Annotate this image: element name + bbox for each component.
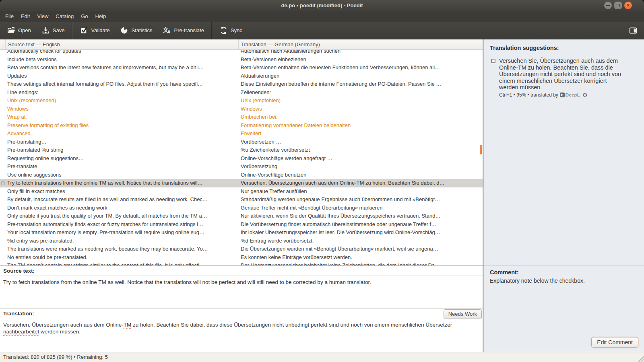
menu-bar: FileEditViewCatalogGoHelp — [0, 11, 644, 22]
table-row[interactable]: Pre-translateVorübersetzung — [0, 162, 483, 171]
minimize-button[interactable] — [604, 2, 612, 9]
table-row[interactable]: Unix (recommended)Unix (empfohlen) — [0, 97, 483, 105]
toolbar-button-statistics[interactable]: Statistics — [115, 22, 157, 39]
row-marker-cell — [0, 228, 6, 237]
row-marker-cell — [0, 50, 6, 56]
table-row[interactable]: %d entry was pre-translated.%d Eintrag w… — [0, 237, 483, 245]
table-row[interactable]: Pre-translated %u string%u Zeichenkette … — [0, 146, 483, 154]
translation-editor[interactable]: Versuchen, Übersetzungen auch aus dem On… — [0, 318, 483, 335]
translation-suggestion[interactable]: Versuchen Sie, Übersetzungen auch aus de… — [483, 51, 644, 98]
translation-cell: Vorübersetzen … — [239, 138, 483, 146]
row-marker-cell — [0, 138, 6, 146]
translation-cell: Versuchen, Übersetzungen auch aus dem On… — [239, 179, 483, 187]
table-row[interactable]: Requesting online suggestions…Online-Vor… — [0, 154, 483, 163]
table-row[interactable]: By default, inaccurate results are fille… — [0, 195, 483, 204]
source-cell: By default, inaccurate results are fille… — [6, 195, 239, 204]
source-cell: No entries could be pre-translated. — [6, 253, 239, 262]
maximize-icon — [617, 4, 620, 7]
table-row[interactable]: UpdatesAktualisierungen — [0, 72, 483, 80]
gear-icon[interactable]: ⚙ — [582, 93, 588, 97]
menu-item-view[interactable]: View — [33, 11, 52, 22]
table-row[interactable]: Only enable if you trust the quality of … — [0, 212, 483, 220]
marker-column-header[interactable]: · — [0, 39, 6, 49]
toolbar-button-pre-translate[interactable]: APre-translate — [157, 22, 209, 39]
translation-cell: Nur genaue Treffer ausfüllen — [239, 187, 483, 196]
translation-cell: Unix (empfohlen) — [239, 97, 483, 105]
vertical-scrollbar-thumb[interactable] — [480, 145, 482, 154]
grid-header: · Source text — English Translation — Ge… — [0, 39, 483, 50]
source-cell: Windows — [6, 105, 239, 113]
misspelled-word: TM — [124, 322, 132, 328]
title-bar[interactable]: de.po • poedit (modified) - Poedit ✕ — [0, 0, 644, 11]
table-row[interactable]: Only fill in exact matchesNur genaue Tre… — [0, 187, 483, 196]
source-cell: Updates — [6, 72, 239, 80]
source-cell: Advanced — [6, 130, 239, 138]
translation-cell: Umbrechen bei: — [239, 113, 483, 121]
toolbar-buttons: OpenSaveValidateStatisticsAPre-translate… — [2, 22, 248, 39]
table-row[interactable]: The translations were marked as needing … — [0, 245, 483, 253]
row-marker-cell — [0, 56, 6, 64]
translation-cell: Online-Vorschläge werden angefragt … — [239, 154, 483, 163]
status-text: Translated: 820 of 825 (99 %) • Remainin… — [3, 354, 108, 360]
suggestion-body: Versuchen Sie, Übersetzungen auch aus de… — [499, 58, 621, 98]
comment-indicator-icon — [1, 181, 5, 185]
maximize-button[interactable] — [614, 2, 622, 9]
table-row[interactable]: Beta versions contain the latest new fea… — [0, 64, 483, 72]
grid-rows[interactable]: Automatically check for updatesAutomatis… — [0, 50, 483, 265]
translation-cell: Beta-Versionen einbeziehen — [239, 56, 483, 64]
translation-cell: Automatisch nach Aktualisierungen suchen — [239, 50, 483, 56]
source-cell: Wrap at: — [6, 113, 239, 121]
source-cell: Include beta versions — [6, 56, 239, 64]
table-row[interactable]: The TM doesn’t contain any strings simil… — [0, 261, 483, 265]
window-title: de.po • poedit (modified) - Poedit — [0, 0, 644, 11]
toolbar-separator — [211, 22, 212, 39]
row-marker-cell — [0, 171, 6, 179]
translation-panel: Translation: Needs Work Versuchen, Übers… — [0, 308, 483, 352]
table-row[interactable]: Preserve formatting of existing filesFor… — [0, 121, 483, 130]
toolbar-button-label: Sync — [231, 27, 242, 33]
svg-text:A: A — [168, 29, 171, 34]
table-row[interactable]: WindowsWindows — [0, 105, 483, 113]
needs-work-button[interactable]: Needs Work — [444, 309, 482, 319]
translation-column-header[interactable]: Translation — German (Germany) — [239, 39, 483, 49]
toolbar-button-validate[interactable]: Validate — [74, 22, 115, 39]
table-row[interactable]: AdvancedErweitert — [0, 130, 483, 138]
menu-item-go[interactable]: Go — [77, 11, 91, 22]
comment-title: Comment: — [483, 266, 644, 276]
table-row[interactable]: These settings affect internal formattin… — [0, 80, 483, 88]
table-row[interactable]: Use online suggestionsOnline-Vorschläge … — [0, 171, 483, 179]
edit-comment-button[interactable]: Edit Comment — [591, 337, 638, 348]
table-row[interactable]: Automatically check for updatesAutomatis… — [0, 50, 483, 56]
menu-item-help[interactable]: Help — [91, 11, 109, 22]
table-row[interactable]: Include beta versionsBeta-Versionen einb… — [0, 56, 483, 64]
table-row[interactable]: Your local translation memory is empty. … — [0, 228, 483, 237]
suggestion-text: Versuchen Sie, Übersetzungen auch aus de… — [499, 58, 621, 91]
menu-item-file[interactable]: File — [2, 11, 17, 22]
table-row[interactable]: Wrap at:Umbrechen bei: — [0, 113, 483, 121]
tm-suggestion-icon — [491, 59, 495, 63]
close-button[interactable]: ✕ — [624, 2, 632, 9]
source-cell: Beta versions contain the latest new fea… — [6, 64, 239, 72]
row-marker-cell — [0, 237, 6, 245]
table-row[interactable]: Line endings:Zeilenenden: — [0, 88, 483, 97]
row-marker-cell — [0, 88, 6, 97]
menu-item-catalog[interactable]: Catalog — [52, 11, 77, 22]
translation-label-row: Translation: Needs Work — [0, 309, 483, 318]
toolbar-button-open[interactable]: Open — [2, 22, 36, 39]
toolbar-button-sync[interactable]: Sync — [214, 22, 248, 39]
table-row[interactable]: Pre-translating…Vorübersetzen … — [0, 138, 483, 146]
menu-item-edit[interactable]: Edit — [17, 11, 33, 22]
string-list-pane: · Source text — English Translation — Ge… — [0, 39, 483, 352]
resize-grip[interactable] — [638, 356, 644, 362]
toolbar-button-label: Save — [53, 27, 65, 33]
source-cell: Requesting online suggestions… — [6, 154, 239, 163]
source-column-header[interactable]: Source text — English — [6, 39, 239, 49]
source-cell: %d entry was pre-translated. — [6, 237, 239, 245]
sidebar-toggle-icon[interactable] — [629, 26, 638, 35]
table-row[interactable]: Try to fetch translations from the onlin… — [0, 179, 483, 187]
toolbar-button-save[interactable]: Save — [36, 22, 70, 39]
table-row[interactable]: Don’t mark exact matches as needing work… — [0, 204, 483, 212]
table-row[interactable]: No entries could be pre-translated.Es ko… — [0, 253, 483, 262]
table-row[interactable]: Pre-translation automatically finds exac… — [0, 220, 483, 229]
source-cell: Your local translation memory is empty. … — [6, 228, 239, 237]
